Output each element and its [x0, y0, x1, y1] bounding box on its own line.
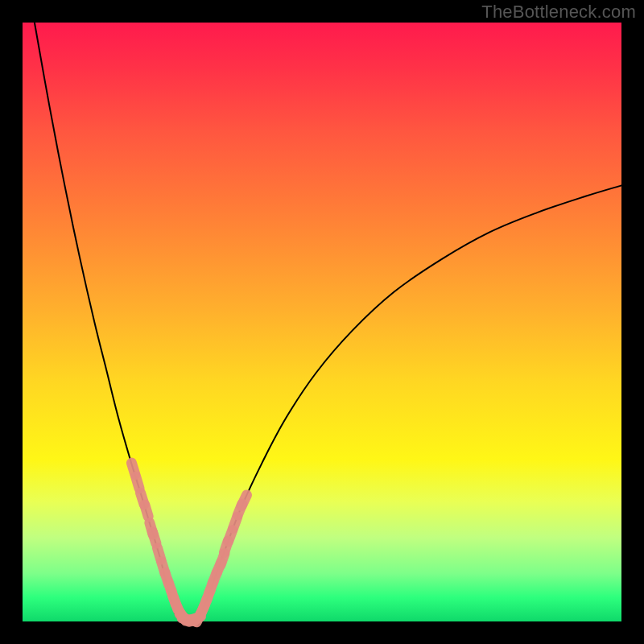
dots-group: [131, 463, 246, 622]
curve-group: [35, 23, 621, 620]
plot-area: [23, 23, 621, 621]
chart-svg: [23, 23, 621, 621]
data-point-marker: [136, 477, 139, 488]
watermark-text: TheBottleneck.com: [481, 2, 636, 23]
data-point-marker: [145, 505, 148, 516]
data-point-marker: [242, 495, 246, 506]
data-point-marker: [152, 532, 155, 543]
bottleneck-curve: [35, 23, 621, 620]
chart-frame: TheBottleneck.com: [0, 0, 644, 644]
